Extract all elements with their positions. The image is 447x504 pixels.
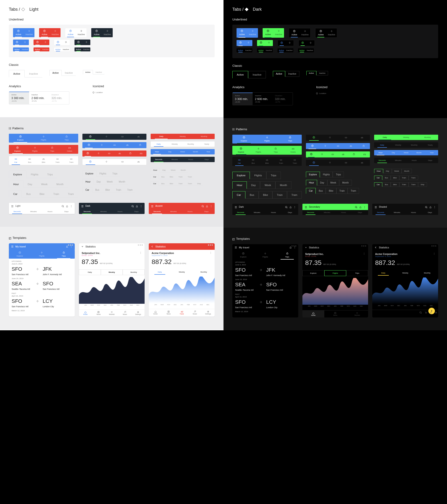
hbar-icons-dark[interactable] [82,134,146,140]
hbar-explore-red[interactable]: ExploreFlightsTripsHotels [9,145,78,154]
search-icon[interactable] [202,205,204,207]
hbar-time-dark[interactable]: SecondsMinutesHoursDays [151,157,215,162]
hbar-transport-white[interactable]: CarBusBikeTrainTram [9,156,78,165]
hbar-icons-dark[interactable] [306,135,370,141]
tab-underlined-black-blue[interactable]: ActiveInactive [289,28,311,38]
hbar-transport-dark[interactable]: CarBusBikeTrainTram [232,157,302,166]
tab-underlined-blue[interactable]: ActiveInactive [236,28,258,38]
search-icon[interactable] [355,206,357,208]
analytics-tabs[interactable]: Active3 300 mln.-24.3% Inactive2 600 mln… [9,91,69,105]
hbar-time-blue[interactable]: HourDayWeekMonthYear [374,150,438,155]
chevron-down-icon[interactable] [81,245,84,248]
stats-tabs-b[interactable]: DailyWeeklyMonthly [149,269,215,275]
analytics-tabs[interactable]: Active3 300 mln.-24.3% Inactive2 600 mln… [232,92,293,105]
search-icon[interactable] [285,206,288,208]
bell-icon[interactable] [289,246,292,249]
menu-icon[interactable] [151,205,154,207]
tab-underlined-green[interactable]: ActiveInactive [263,28,284,38]
stats-tabs-a[interactable]: DailyWeeklyMonthly [79,269,145,275]
more-icon[interactable] [210,252,212,254]
more-icon[interactable] [433,252,435,255]
more-icon[interactable] [139,252,142,254]
stats-tabs-a[interactable]: ExploreFlightsTrips [302,270,368,276]
tab-icon-black-green[interactable] [298,40,315,46]
stats-tabs-b[interactable]: DailyWeeklyMonthly [372,270,438,276]
hbar-icons-dark-blue[interactable] [306,160,370,166]
tab-underlined-blue[interactable]: ActiveInactive [13,28,35,37]
tab-icon-blue[interactable] [236,40,252,46]
tab-label-red[interactable]: ActiveInactive [34,47,49,51]
search-icon[interactable] [425,206,428,208]
bell-icon[interactable] [66,245,68,248]
template-stats-a: Statistics Setproduct Inc.NYSE: STPR 87.… [79,243,145,317]
menu-icon[interactable] [81,205,84,207]
tab-icon-white[interactable] [54,39,70,45]
hbar-period-green[interactable]: DailyWeeklyMonthly [374,135,438,140]
menu-icon[interactable] [375,206,377,208]
bottom-nav-a[interactable]: HomeNewsWishlistMusicSettings [79,309,145,317]
menu-icon[interactable] [235,206,237,208]
tab-label-dark[interactable]: ActiveInactive [75,47,90,51]
hbar-icons-blue[interactable] [82,142,146,148]
hbar-icons-green[interactable] [306,151,370,158]
hbar-explore-blue[interactable]: ExploreFlightsTrips [9,134,78,143]
hbar-period-white[interactable]: DailyWeeklyMonthlyYearly [151,141,215,147]
user-icon[interactable] [430,311,432,314]
tab-label-white[interactable]: ActiveInactive [54,47,70,51]
hbar-icons-blue[interactable] [306,143,370,149]
tab-underlined-dark[interactable]: ActiveInactive [91,28,113,37]
hbar-period-red[interactable]: DailyWeeklyMonthly [151,134,215,139]
search-icon[interactable] [132,205,134,207]
hbar-icons-white[interactable] [82,159,146,165]
bell-icon[interactable] [206,205,208,207]
menu-icon[interactable] [305,206,307,208]
menu-icon[interactable] [11,205,14,207]
hbar-time-blue[interactable]: HourDayWeekMonthYear [151,149,215,154]
bottom-nav-b[interactable]: HomeNewsTradeMusicSettings [149,309,215,316]
menu-icon[interactable] [11,245,14,248]
hbar-explore-blue[interactable]: ExploreFlightsTrips [232,135,302,144]
tab-underlined-red[interactable]: ActiveInactive [39,28,60,37]
menu-icon[interactable] [235,246,237,249]
tab-icon-dark[interactable] [75,39,90,45]
tab-label-black-green[interactable]: ActiveInactive [257,48,273,52]
tab-label-blue[interactable]: ActiveInactive [13,47,29,51]
back-icon[interactable] [151,245,154,248]
travel-tabs[interactable]: ExploreFlightsTrips [232,251,298,260]
search-icon[interactable] [62,205,64,207]
back-icon[interactable] [375,246,377,249]
tab-icon-blue[interactable] [13,39,29,45]
cart-icon[interactable] [425,311,427,314]
hbar-explore-green[interactable]: ExploreFlightsTripsHotels [232,146,302,155]
tab-underlined-white[interactable]: ActiveInactive [65,28,87,37]
hbar-time-dark[interactable]: SecondsMinutesHoursDays [374,158,438,163]
more-icon[interactable] [70,245,72,248]
bottom-nav-a[interactable]: HomeNewsWishlist [302,310,368,318]
more-icon[interactable] [363,206,366,208]
search-icon[interactable] [420,311,422,314]
more-icon[interactable] [140,205,142,207]
more-icon[interactable] [433,206,436,208]
bell-icon[interactable] [136,205,138,207]
tab-label-black-blue2[interactable]: ActiveInactive [277,48,293,52]
hbar-period-dark[interactable]: DailyWeeklyMonthlyYearly [374,142,438,148]
bell-icon[interactable] [66,205,68,207]
more-icon[interactable] [293,246,296,249]
tab-icon-black-blue[interactable] [277,40,294,46]
tab-underlined-black-green[interactable]: ActiveInactive [315,28,337,38]
tab-icon-green[interactable] [257,40,273,46]
tab-label-black-blue[interactable]: ActiveInactive [236,48,252,52]
chevron-down-icon[interactable] [305,246,307,249]
more-icon[interactable] [293,206,296,208]
tab-label-black-green2[interactable]: ActiveInactive [298,48,314,52]
tab-icon-red[interactable] [34,39,49,45]
travel-tabs[interactable]: ExploreFlightsTrips [9,250,75,259]
bell-icon[interactable] [429,206,432,208]
more-icon[interactable] [363,252,365,255]
more-icon[interactable] [70,205,72,207]
bell-icon[interactable] [359,206,362,208]
gear-icon[interactable] [435,311,437,314]
hbar-icons-red[interactable] [82,150,146,157]
more-icon[interactable] [210,205,212,207]
bell-icon[interactable] [289,206,292,208]
